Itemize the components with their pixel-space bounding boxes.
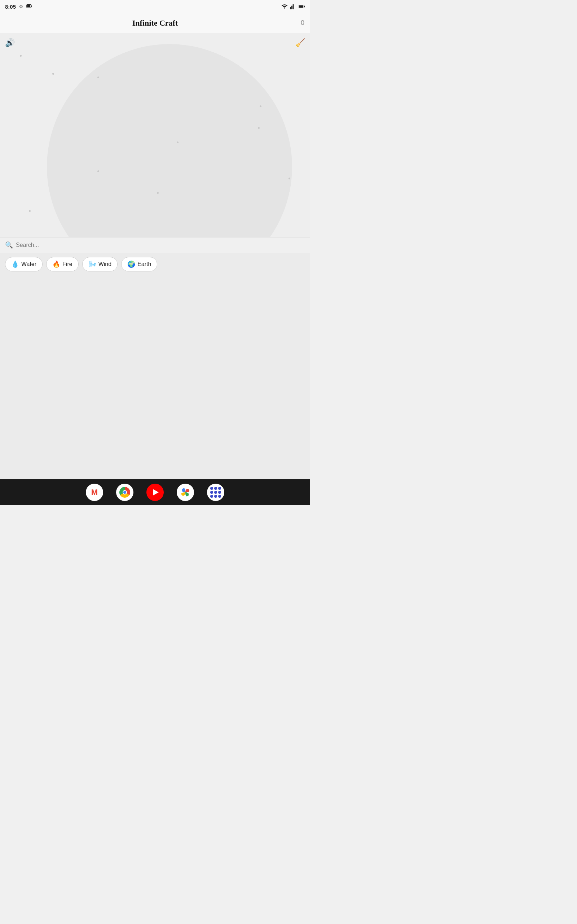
search-bar[interactable]: 🔍 [0, 237, 310, 253]
title-bar: Infinite Craft 0 [0, 13, 310, 33]
element-chip-water[interactable]: 💧 Water [5, 257, 43, 271]
apps-grid-icon [210, 487, 221, 498]
search-input[interactable] [16, 242, 305, 248]
app-title: Infinite Craft [132, 18, 178, 28]
dock-youtube[interactable] [147, 484, 164, 501]
fire-label: Fire [62, 261, 73, 267]
broom-icon: 🧹 [295, 38, 305, 47]
canvas-circle [47, 44, 292, 237]
svg-rect-1 [31, 5, 32, 7]
youtube-icon [153, 489, 159, 496]
sound-button[interactable]: 🔊 [5, 38, 15, 48]
search-icon: 🔍 [5, 241, 13, 249]
wind-label: Wind [98, 261, 111, 267]
status-bar: 8:05 ⚙ [0, 0, 310, 13]
dot [259, 105, 261, 107]
wifi-icon [281, 3, 288, 10]
element-chip-wind[interactable]: 🌬️ Wind [82, 257, 118, 271]
svg-rect-2 [27, 5, 30, 7]
sound-icon: 🔊 [5, 38, 15, 47]
status-time: 8:05 [5, 3, 16, 10]
settings-icon: ⚙ [19, 3, 23, 10]
dot [20, 55, 22, 57]
svg-rect-8 [299, 5, 303, 8]
svg-rect-4 [292, 6, 292, 10]
dot [157, 192, 159, 194]
dock-gmail[interactable]: M [86, 484, 103, 501]
svg-rect-3 [290, 7, 291, 10]
signal-icon [290, 3, 297, 10]
water-emoji: 💧 [11, 260, 19, 268]
craft-canvas[interactable]: 🔊 🧹 [0, 33, 310, 237]
clear-button[interactable]: 🧹 [295, 38, 305, 48]
dot [177, 142, 179, 143]
battery-icon [298, 3, 305, 10]
fire-emoji: 🔥 [52, 260, 60, 268]
nav-dock: M [0, 479, 310, 505]
element-chip-fire[interactable]: 🔥 Fire [46, 257, 79, 271]
dot [258, 127, 259, 129]
bottom-content [0, 276, 310, 480]
earth-emoji: 🌍 [127, 260, 135, 268]
water-label: Water [21, 261, 36, 267]
svg-rect-7 [304, 6, 305, 8]
chrome-icon [119, 487, 130, 498]
dot [52, 73, 54, 75]
elements-tray: 💧 Water 🔥 Fire 🌬️ Wind 🌍 Earth [0, 253, 310, 276]
dot [97, 76, 99, 78]
photos-icon [180, 487, 191, 498]
svg-rect-5 [293, 4, 294, 10]
element-chip-earth[interactable]: 🌍 Earth [121, 257, 157, 271]
dock-photos[interactable] [177, 484, 194, 501]
element-count: 0 [301, 19, 305, 27]
dock-apps[interactable] [207, 484, 224, 501]
wind-emoji: 🌬️ [89, 260, 96, 268]
earth-label: Earth [137, 261, 151, 267]
battery-saver-icon [26, 3, 32, 10]
dot [288, 178, 290, 179]
dot [97, 170, 99, 172]
gmail-icon: M [91, 488, 98, 497]
dot [29, 210, 31, 212]
dock-chrome[interactable] [116, 484, 134, 501]
status-right-icons [281, 3, 305, 10]
